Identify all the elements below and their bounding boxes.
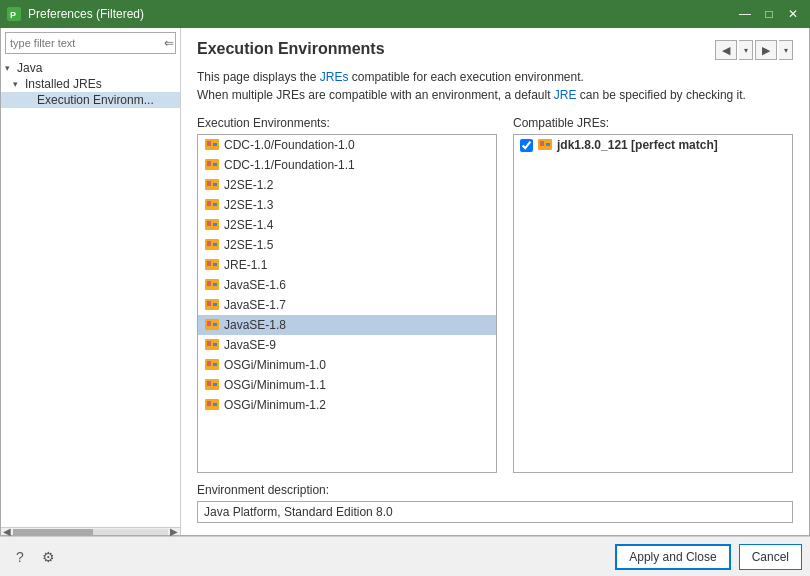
help-button[interactable]: ?: [8, 545, 32, 569]
list-item[interactable]: JavaSE-9: [198, 335, 496, 355]
nav-back-button[interactable]: ◀: [715, 40, 737, 60]
search-input[interactable]: [5, 32, 176, 54]
svg-rect-21: [207, 261, 211, 266]
env-icon: [204, 277, 220, 293]
content-header: Execution Environments ◀ ▾ ▶ ▾: [197, 40, 793, 60]
window-title: Preferences (Filtered): [28, 7, 144, 21]
svg-rect-28: [213, 303, 217, 306]
env-item-label: J2SE-1.4: [224, 218, 273, 232]
execution-env-list[interactable]: CDC-1.0/Foundation-1.0 CDC-1.1/Foundatio…: [197, 134, 497, 473]
sidebar: ⇐ ▾ Java ▾ Installed JREs Execution Envi…: [1, 28, 181, 535]
description-block: This page displays the JREs compatible f…: [197, 68, 793, 104]
env-item-label: JavaSE-1.6: [224, 278, 286, 292]
scrollbar-track[interactable]: [13, 529, 168, 535]
tree-arrow-java: ▾: [5, 63, 17, 73]
list-item[interactable]: J2SE-1.5: [198, 235, 496, 255]
compatible-jre-item: jdk1.8.0_121 [perfect match]: [514, 135, 792, 155]
env-icon: [204, 397, 220, 413]
env-desc-value: Java Platform, Standard Edition 8.0: [197, 501, 793, 523]
svg-rect-18: [207, 241, 211, 246]
settings-button[interactable]: ⚙: [36, 545, 60, 569]
panel-compatible-jres: Compatible JREs: jdk1.8.0_121 [perfect m…: [513, 116, 793, 473]
sidebar-label-java: Java: [17, 61, 42, 75]
svg-rect-34: [213, 343, 217, 346]
list-item[interactable]: OSGi/Minimum-1.2: [198, 395, 496, 415]
jres-link[interactable]: JREs: [320, 70, 349, 84]
list-item[interactable]: J2SE-1.2: [198, 175, 496, 195]
list-item[interactable]: J2SE-1.4: [198, 215, 496, 235]
search-box: ⇐: [5, 32, 176, 54]
svg-rect-16: [213, 223, 217, 226]
list-item[interactable]: CDC-1.1/Foundation-1.1: [198, 155, 496, 175]
list-item[interactable]: JavaSE-1.7: [198, 295, 496, 315]
svg-rect-3: [207, 141, 211, 146]
jre-link[interactable]: JRE: [554, 88, 577, 102]
svg-rect-15: [207, 221, 211, 226]
nav-forward-button[interactable]: ▶: [755, 40, 777, 60]
app-icon: P: [6, 6, 22, 22]
list-item[interactable]: CDC-1.0/Foundation-1.0: [198, 135, 496, 155]
svg-rect-30: [207, 321, 211, 326]
svg-rect-42: [207, 401, 211, 406]
svg-rect-33: [207, 341, 211, 346]
env-icon: [204, 237, 220, 253]
jre-label: jdk1.8.0_121 [perfect match]: [557, 138, 718, 152]
maximize-button[interactable]: □: [758, 5, 780, 23]
apply-and-close-button[interactable]: Apply and Close: [615, 544, 730, 570]
list-item[interactable]: OSGi/Minimum-1.1: [198, 375, 496, 395]
env-item-label: CDC-1.0/Foundation-1.0: [224, 138, 355, 152]
env-icon: [204, 377, 220, 393]
cancel-button[interactable]: Cancel: [739, 544, 802, 570]
svg-rect-22: [213, 263, 217, 266]
svg-rect-9: [207, 181, 211, 186]
svg-rect-43: [213, 403, 217, 406]
list-item[interactable]: J2SE-1.3: [198, 195, 496, 215]
scroll-right-icon[interactable]: ▶: [168, 526, 180, 537]
tree-area: ▾ Java ▾ Installed JREs Execution Enviro…: [1, 58, 180, 527]
svg-rect-36: [207, 361, 211, 366]
svg-text:P: P: [10, 10, 16, 20]
svg-rect-13: [213, 203, 217, 206]
close-button[interactable]: ✕: [782, 5, 804, 23]
content-area: Execution Environments ◀ ▾ ▶ ▾ This page…: [181, 28, 809, 535]
scroll-left-icon[interactable]: ◀: [1, 526, 13, 537]
sidebar-scrollbar: ◀ ▶: [1, 527, 180, 535]
list-item[interactable]: JRE-1.1: [198, 255, 496, 275]
env-icon: [204, 257, 220, 273]
svg-rect-27: [207, 301, 211, 306]
jdk-icon: [537, 137, 553, 153]
env-icon: [204, 157, 220, 173]
svg-rect-12: [207, 201, 211, 206]
svg-rect-25: [213, 283, 217, 286]
bottom-right: Apply and Close Cancel: [615, 544, 802, 570]
list-item[interactable]: JavaSE-1.6: [198, 275, 496, 295]
env-icon: [204, 337, 220, 353]
list-item[interactable]: OSGi/Minimum-1.0: [198, 355, 496, 375]
search-clear-icon[interactable]: ⇐: [164, 36, 174, 50]
svg-rect-40: [213, 383, 217, 386]
nav-back-dropdown[interactable]: ▾: [739, 40, 753, 60]
minimize-button[interactable]: —: [734, 5, 756, 23]
compatible-jres-list[interactable]: jdk1.8.0_121 [perfect match]: [513, 134, 793, 473]
bottom-left: ? ⚙: [8, 545, 60, 569]
env-item-label: CDC-1.1/Foundation-1.1: [224, 158, 355, 172]
svg-rect-31: [213, 323, 217, 326]
svg-rect-4: [213, 143, 217, 146]
tree-arrow-execution-env: [25, 95, 37, 105]
tree-arrow-installed-jres: ▾: [13, 79, 25, 89]
list-item-selected[interactable]: JavaSE-1.8: [198, 315, 496, 335]
sidebar-item-execution-env[interactable]: Execution Environm...: [1, 92, 180, 108]
env-icon: [204, 177, 220, 193]
sidebar-label-installed-jres: Installed JREs: [25, 77, 102, 91]
svg-rect-6: [207, 161, 211, 166]
panel-execution-env: Execution Environments: CDC-1.0/Foundati…: [197, 116, 497, 473]
env-item-label: OSGi/Minimum-1.1: [224, 378, 326, 392]
nav-forward-dropdown[interactable]: ▾: [779, 40, 793, 60]
panels-row: Execution Environments: CDC-1.0/Foundati…: [197, 116, 793, 473]
svg-rect-37: [213, 363, 217, 366]
sidebar-item-java[interactable]: ▾ Java: [1, 60, 180, 76]
svg-rect-46: [546, 143, 550, 146]
sidebar-item-installed-jres[interactable]: ▾ Installed JREs: [1, 76, 180, 92]
svg-rect-24: [207, 281, 211, 286]
jre-checkbox[interactable]: [520, 139, 533, 152]
